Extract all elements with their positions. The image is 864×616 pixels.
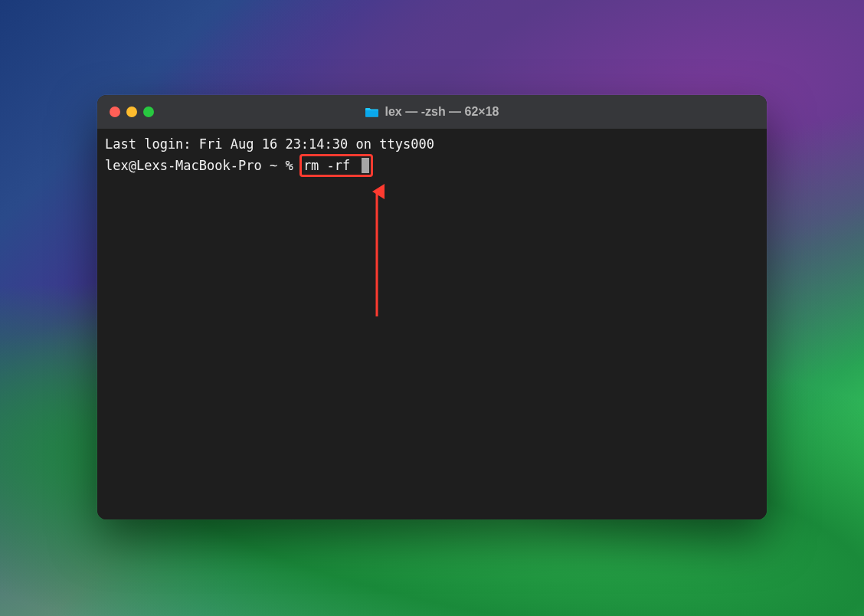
close-button[interactable] xyxy=(110,106,120,117)
window-controls xyxy=(97,106,154,117)
maximize-button[interactable] xyxy=(143,106,154,117)
terminal-window: lex — -zsh — 62×18 Last login: Fri Aug 1… xyxy=(97,95,767,519)
typed-command: rm -rf xyxy=(303,156,358,175)
window-title-text: lex — -zsh — 62×18 xyxy=(385,105,499,119)
prompt-line[interactable]: lex@Lexs-MacBook-Pro ~ % rm -rf xyxy=(105,154,759,178)
window-title: lex — -zsh — 62×18 xyxy=(365,105,499,119)
window-title-bar[interactable]: lex — -zsh — 62×18 xyxy=(97,95,767,129)
last-login-line: Last login: Fri Aug 16 23:14:30 on ttys0… xyxy=(105,135,759,154)
folder-icon xyxy=(365,105,379,119)
shell-prompt: lex@Lexs-MacBook-Pro ~ % xyxy=(105,156,301,175)
minimize-button[interactable] xyxy=(126,106,137,117)
cursor xyxy=(362,158,369,173)
command-highlight: rm -rf xyxy=(299,154,373,178)
terminal-content[interactable]: Last login: Fri Aug 16 23:14:30 on ttys0… xyxy=(97,129,767,519)
